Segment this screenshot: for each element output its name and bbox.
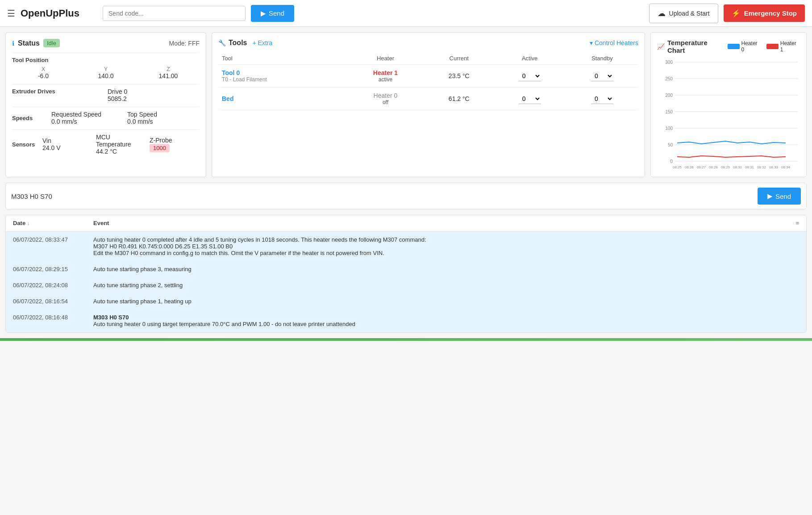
console-input[interactable] [11,193,754,200]
log-event-line: Auto tune starting phase 3, measuring [93,266,192,272]
chart-area: 300 250 200 150 100 50 0 08:25 08:26 08:… [657,58,800,171]
sensors-row: Sensors Vin 24.0 V MCU Temperature 44.2 … [12,134,200,155]
log-event: Auto tune starting phase 2, settling [86,277,806,293]
emergency-stop-button[interactable]: ⚡ Emergency Stop [724,4,805,22]
log-event: Auto tuning heater 0 completed after 4 i… [86,231,806,261]
log-event: M303 H0 S70Auto tuning heater 0 using ta… [86,310,806,332]
log-date: 06/07/2022, 08:16:54 [6,293,86,310]
chart-icon: 📈 [657,43,665,50]
extra-link[interactable]: + Extra [252,39,272,46]
svg-text:08:33: 08:33 [769,165,779,169]
tool-name: Tool 0 [222,69,343,76]
temp-chart-card: 📈 Temperature Chart Heater 0 Heater 1 [650,32,807,177]
filter-icon[interactable]: ≡ [795,220,799,226]
status-badge: Idle [43,39,60,47]
col-standby: Standby [566,52,638,65]
svg-text:08:34: 08:34 [781,165,791,169]
req-speed-label: Requested Speed [51,111,124,118]
drive-label: Drive 0 [108,88,200,95]
tool-name: Bed [222,95,343,102]
svg-text:08:26: 08:26 [685,165,694,169]
heater-standby-select[interactable]: 0 [591,94,613,104]
heater-active-select[interactable]: 0 [519,94,541,104]
tools-title: Tools [229,39,247,47]
status-card: ℹ Status Idle Mode: FFF Tool Position X … [5,32,206,177]
tools-header: 🔧 Tools + Extra ▾ Control Heaters [218,39,638,47]
upload-start-button[interactable]: ☁ Upload & Start [649,4,718,23]
log-table: Date ↓ Event ≡ 06/07/2022, 08:33:47 Auto… [6,215,806,332]
svg-text:200: 200 [665,93,673,98]
menu-button[interactable]: ☰ [7,8,15,19]
chart-legend: Heater 0 Heater 1 [728,40,800,53]
svg-text:100: 100 [665,126,673,131]
log-event: Auto tune starting phase 1, heating up [86,293,806,310]
log-event-line: Auto tuning heater 0 using target temper… [93,321,355,327]
main-content: ℹ Status Idle Mode: FFF Tool Position X … [0,27,812,183]
heater-row: Bed Heater 0 off 61.2 °C 0 0 [218,88,638,110]
log-event-line: M307 H0 R0.491 K0.745:0.000 D6.25 E1.35 … [93,243,233,250]
col-tool: Tool [218,52,346,65]
x-axis: X -6.0 [12,66,75,80]
control-heaters-button[interactable]: ▾ Control Heaters [590,39,638,46]
svg-text:08:30: 08:30 [733,165,742,169]
log-row: 06/07/2022, 08:33:47 Auto tuning heater … [6,231,806,261]
mcu-val: 44.2 °C [96,148,146,155]
console-send-button[interactable]: Send [758,188,801,205]
log-event-line: Auto tune starting phase 1, heating up [93,298,192,305]
col-active: Active [494,52,566,65]
heater-current-temp: 23.5 °C [425,65,494,88]
log-event: Auto tune starting phase 3, measuring [86,261,806,277]
mcu-label: MCU Temperature [96,134,146,148]
log-event-bold: M303 H0 S70 [93,314,129,321]
heater-current-temp: 61.2 °C [425,88,494,110]
vin-label: Vin [42,137,92,144]
legend-heater1-color [766,44,779,49]
legend-heater1: Heater 1 [766,40,800,53]
svg-text:300: 300 [665,60,673,65]
tool-position-label: Tool Position [12,57,48,63]
col-current: Current [425,52,494,65]
send-code-input[interactable] [103,6,246,21]
heater-active-select[interactable]: 0 [519,71,541,81]
status-title: Status [18,39,40,47]
svg-text:08:27: 08:27 [697,165,706,169]
svg-text:08:25: 08:25 [673,165,682,169]
legend-heater0-color [728,44,740,49]
heater-standby-select[interactable]: 0 [591,71,613,81]
svg-text:08:31: 08:31 [745,165,754,169]
log-row: 06/07/2022, 08:16:54 Auto tune starting … [6,293,806,310]
tools-card: 🔧 Tools + Extra ▾ Control Heaters Tool H… [212,32,645,177]
log-row: 06/07/2022, 08:29:15 Auto tune starting … [6,261,806,277]
speeds-label: Speeds [12,115,48,121]
y-axis: Y 140.0 [75,66,137,80]
log-table-container: Date ↓ Event ≡ 06/07/2022, 08:33:47 Auto… [5,215,807,333]
speeds-row: Speeds Requested Speed 0.0 mm/s Top Spee… [12,111,200,125]
log-row: 06/07/2022, 08:16:48 M303 H0 S70Auto tun… [6,310,806,332]
zprobe-label: Z-Probe [150,137,200,144]
info-icon: ℹ [12,40,14,47]
heater-name: Heater 1 [350,69,421,76]
svg-text:0: 0 [670,159,673,164]
heater-status: off [350,99,421,105]
chart-title: Temperature Chart [667,39,725,54]
chart-header: 📈 Temperature Chart Heater 0 Heater 1 [657,39,800,54]
log-event-line: Auto tuning heater 0 completed after 4 i… [93,236,426,243]
header: ☰ OpenUpPlus Send ☁ Upload & Start ⚡ Eme… [0,0,812,27]
date-col-header: Date ↓ [6,215,86,231]
temperature-svg: 300 250 200 150 100 50 0 08:25 08:26 08:… [657,58,800,169]
req-speed-val: 0.0 mm/s [51,118,124,125]
zprobe-val: 1000 [150,144,170,152]
log-event-line: Auto tune starting phase 2, settling [93,282,183,289]
extruder-label: Extruder Drives [12,88,104,102]
lightning-icon: ⚡ [732,9,741,17]
wrench-icon: 🔧 [218,39,226,46]
svg-text:08:32: 08:32 [757,165,766,169]
svg-text:250: 250 [665,76,673,81]
tool-desc: T0 - Load Filament [222,76,343,83]
send-button[interactable]: Send [251,5,294,22]
z-axis: Z 141.00 [137,66,200,80]
status-header: ℹ Status Idle Mode: FFF [12,39,200,47]
svg-text:08:28: 08:28 [709,165,718,169]
event-col-header: Event ≡ [86,215,806,231]
sort-icon[interactable]: ↓ [27,221,30,226]
